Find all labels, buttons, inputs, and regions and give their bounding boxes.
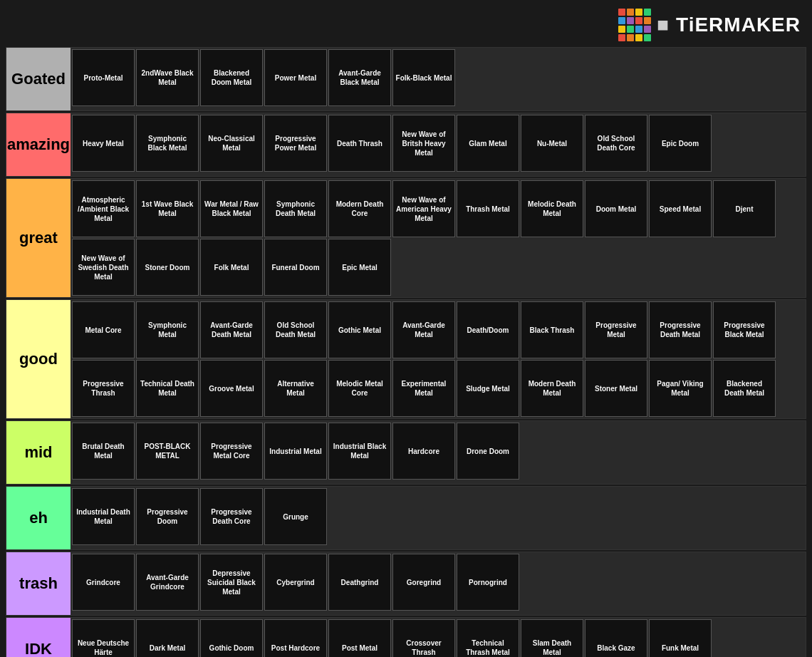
tier-item[interactable]: Stoner Metal (585, 360, 647, 417)
logo: ■ TiERMAKER (618, 9, 801, 41)
tier-item[interactable]: Progressive Power Metal (264, 115, 327, 172)
tier-item[interactable]: Progressive Death Core (200, 488, 263, 545)
tier-item[interactable]: Neo-Classical Metal (200, 115, 263, 172)
tier-item[interactable]: Grindcore (72, 554, 135, 611)
tier-item[interactable]: Goregrind (392, 554, 455, 611)
tier-item[interactable]: Industrial Black Metal (328, 423, 391, 480)
tier-label-goated: Goated (6, 48, 71, 110)
tier-item[interactable]: Funeral Doom (264, 239, 327, 296)
tier-items-idk: Neue Deutsche HärteDark MetalGothic Doom… (71, 618, 806, 657)
tier-item[interactable]: Blackened Death Metal (713, 360, 776, 417)
tier-item[interactable]: 2ndWave Black Metal (136, 49, 199, 106)
tier-item[interactable]: Avant-Garde Black Metal (328, 49, 391, 106)
tier-item[interactable]: Folk Metal (200, 239, 263, 296)
tier-item[interactable]: Symphonic Death Metal (264, 180, 327, 237)
tier-item[interactable]: Progressive Thrash (72, 360, 135, 417)
tier-item[interactable]: Neue Deutsche Härte (72, 619, 135, 657)
tier-item[interactable]: New Wave of Britsh Heavy Metal (392, 115, 455, 172)
tier-items-amazing: Heavy MetalSymphonic Black MetalNeo-Clas… (71, 113, 806, 176)
tier-item[interactable]: Melodic Death Metal (521, 180, 583, 237)
tier-items-goated: Proto-Metal2ndWave Black MetalBlackened … (71, 48, 806, 110)
tier-item[interactable]: Post Hardcore (264, 619, 327, 657)
logo-cell (644, 17, 651, 24)
tier-item[interactable]: Modern Death Core (328, 180, 391, 237)
tier-item[interactable]: Glam Metal (457, 115, 519, 172)
tier-item[interactable]: Avant-Garde Metal (392, 301, 455, 358)
tier-item[interactable]: Industrial Death Metal (72, 488, 135, 545)
tier-item[interactable]: New Wave of Swedish Death Metal (72, 239, 135, 296)
tier-item[interactable]: Experimental Metal (392, 360, 455, 417)
tier-item[interactable]: Progressive Doom (136, 488, 199, 545)
tier-item[interactable]: Power Metal (264, 49, 327, 106)
tier-item[interactable]: Progressive Death Metal (649, 301, 712, 358)
tier-item[interactable]: Hardcore (392, 423, 455, 480)
tier-item[interactable]: Old School Death Core (585, 115, 647, 172)
tier-item[interactable]: Industrial Metal (264, 423, 327, 480)
logo-cell (644, 34, 651, 41)
tier-item[interactable]: Epic Metal (328, 239, 391, 296)
tier-item[interactable]: Thrash Metal (457, 180, 519, 237)
tier-item[interactable]: Progressive Black Metal (713, 301, 776, 358)
tier-item[interactable]: Death Thrash (328, 115, 391, 172)
tier-item[interactable]: Blackened Doom Metal (200, 49, 263, 106)
tier-item[interactable]: 1st Wave Black Metal (136, 180, 199, 237)
logo-cell (635, 17, 642, 24)
tier-row-great: greatAtmospheric /Ambient Black Metal1st… (6, 178, 806, 298)
tier-item[interactable]: Dark Metal (136, 619, 199, 657)
tier-item[interactable]: Pornogrind (457, 554, 519, 611)
tier-item[interactable]: Progressive Metal Core (200, 423, 263, 480)
tier-item[interactable]: Brutal Death Metal (72, 423, 135, 480)
tier-item[interactable]: Proto-Metal (72, 49, 135, 106)
tier-item[interactable]: Alternative Metal (264, 360, 327, 417)
tier-item[interactable]: Progressive Metal (585, 301, 647, 358)
tier-item[interactable]: Heavy Metal (72, 115, 135, 172)
tier-item[interactable]: Atmospheric /Ambient Black Metal (72, 180, 135, 237)
tier-item[interactable]: Sludge Metal (457, 360, 519, 417)
tier-item[interactable]: Gothic Doom (200, 619, 263, 657)
header: ■ TiERMAKER (6, 6, 806, 44)
tier-item[interactable]: Drone Doom (457, 423, 519, 480)
tier-label-great: great (6, 179, 71, 297)
tier-item[interactable]: Grunge (264, 488, 327, 545)
tier-item[interactable]: Epic Doom (649, 115, 712, 172)
tier-item[interactable]: Depressive Suicidal Black Metal (200, 554, 263, 611)
tier-item[interactable]: Nu-Metal (521, 115, 583, 172)
tier-item[interactable]: POST-BLACK METAL (136, 423, 199, 480)
tier-item[interactable]: Symphonic Black Metal (136, 115, 199, 172)
logo-grid (618, 9, 651, 41)
tier-label-trash: trash (6, 552, 71, 615)
tier-item[interactable]: Technical Thrash Metal (457, 619, 519, 657)
tier-row-goated: GoatedProto-Metal2ndWave Black MetalBlac… (6, 47, 806, 111)
tier-item[interactable]: Black Thrash (521, 301, 583, 358)
tier-item[interactable]: Melodic Metal Core (328, 360, 391, 417)
tier-item[interactable]: Gothic Metal (328, 301, 391, 358)
tier-item[interactable]: Avant-Garde Grindcore (136, 554, 199, 611)
tier-item[interactable]: Death/Doom (457, 301, 519, 358)
tier-item[interactable]: Avant-Garde Death Metal (200, 301, 263, 358)
tier-item[interactable]: War Metal / Raw Black Metal (200, 180, 263, 237)
tier-item[interactable]: Deathgrind (328, 554, 391, 611)
tier-item[interactable]: Cybergrind (264, 554, 327, 611)
tier-item[interactable]: Modern Death Metal (521, 360, 583, 417)
logo-cell (618, 17, 625, 24)
tier-item[interactable]: Stoner Doom (136, 239, 199, 296)
tier-item[interactable]: Crossover Thrash (392, 619, 455, 657)
tier-item[interactable]: Groove Metal (200, 360, 263, 417)
logo-cell (627, 26, 634, 33)
tier-item[interactable]: Speed Metal (649, 180, 712, 237)
tier-item[interactable]: Pagan/ Viking Metal (649, 360, 712, 417)
tier-item[interactable]: Djent (713, 180, 776, 237)
tier-item[interactable]: Folk-Black Metal (392, 49, 455, 106)
tier-row-eh: ehIndustrial Death MetalProgressive Doom… (6, 486, 806, 550)
logo-cell (618, 26, 625, 33)
tier-item[interactable]: New Wave of American Heavy Metal (392, 180, 455, 237)
tier-item[interactable]: Slam Death Metal (521, 619, 583, 657)
tier-item[interactable]: Black Gaze (585, 619, 647, 657)
tier-item[interactable]: Symphonic Metal (136, 301, 199, 358)
tier-item[interactable]: Post Metal (328, 619, 391, 657)
tier-item[interactable]: Metal Core (72, 301, 135, 358)
tier-item[interactable]: Doom Metal (585, 180, 647, 237)
tier-item[interactable]: Technical Death Metal (136, 360, 199, 417)
tier-item[interactable]: Funk Metal (649, 619, 712, 657)
tier-item[interactable]: Old School Death Metal (264, 301, 327, 358)
